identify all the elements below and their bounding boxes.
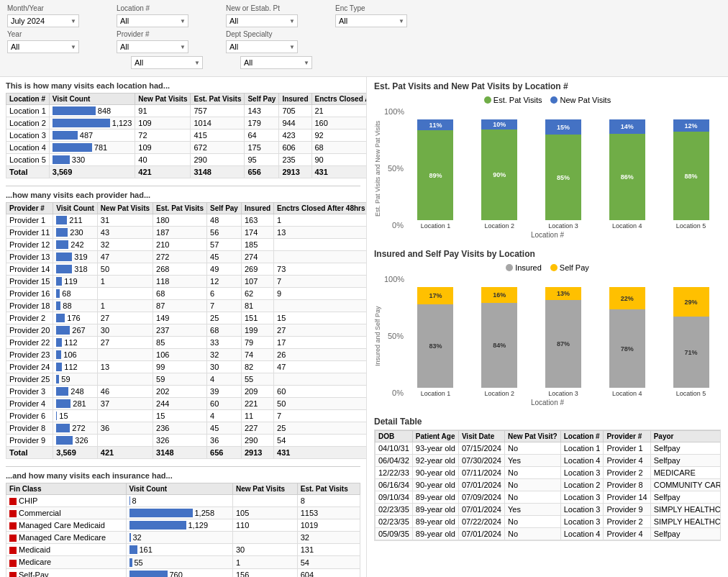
list-item: 09/10/34 <box>376 491 413 504</box>
detail-title: Detail Table <box>374 417 721 427</box>
filter-select-year[interactable]: All <box>7 40 79 53</box>
table-row: 12/22/33 90-year old 07/11/2024 No Locat… <box>376 467 722 479</box>
list-item: 68 <box>53 288 98 300</box>
chart2-bar-group: 16% 84% Location 2 <box>470 287 529 397</box>
list-item: 1,258 <box>126 507 232 519</box>
list-item: 606 <box>279 142 311 154</box>
filter-label-enc-type: Enc Type <box>335 4 407 12</box>
bar-segment-top-yellow: 17% <box>417 287 453 304</box>
list-item: Provider 4 <box>6 398 53 410</box>
list-item: 13 <box>274 227 367 239</box>
list-item: 274 <box>241 251 273 263</box>
filter-wrap-year[interactable]: All <box>7 40 79 53</box>
list-item: No <box>504 528 560 540</box>
chart1-legend-new-label: New Pat Visits <box>560 96 611 104</box>
filter-wrap-all2[interactable]: All <box>131 56 203 69</box>
list-item: 02/23/35 <box>376 516 413 528</box>
list-item: No <box>504 467 560 479</box>
bar-stack: 22% 78% <box>609 287 645 388</box>
list-item: Selfpay <box>650 528 721 540</box>
list-item: 209 <box>241 386 273 398</box>
list-item: 07/09/2024 <box>458 491 504 504</box>
filter-select-new-estab[interactable]: All <box>226 14 298 27</box>
filter-new-estab: New or Estab. Pt All <box>226 4 298 27</box>
filter-wrap-all3[interactable]: All <box>240 56 312 69</box>
filter-select-dept-specialty[interactable]: All <box>226 40 298 53</box>
bar-stack: 17% 83% <box>417 287 453 388</box>
filter-wrap-new-estab[interactable]: All <box>226 14 298 27</box>
list-item: 92-year old <box>412 455 458 467</box>
list-item: 36 <box>207 435 242 447</box>
col-header-visit-count: Visit Count <box>49 94 135 105</box>
chart1-legend-est-dot <box>484 96 491 104</box>
list-item: 7 <box>207 300 242 312</box>
bar-segment-top: 12% <box>673 119 709 132</box>
list-item: COMMUNITY CARE <box>650 479 721 491</box>
list-item: Provider 12 <box>6 239 53 251</box>
list-item: Provider 1 <box>6 214 53 227</box>
chart2-bar-group: 17% 83% Location 1 <box>406 287 465 397</box>
list-item: 90-year old <box>412 479 458 491</box>
list-item: 179 <box>245 117 279 130</box>
list-item: 07/11/2024 <box>458 467 504 479</box>
list-item: 110 <box>232 519 297 532</box>
list-item: 25 <box>274 422 367 435</box>
list-item: 1 <box>232 556 297 568</box>
filter-select-location[interactable]: All <box>117 14 188 27</box>
list-item: 656 <box>245 166 279 178</box>
list-item: Provider 6 <box>6 410 53 422</box>
chart1-bar-group: 14% 86% Location 4 <box>597 119 657 230</box>
col-header-finclass: Fin Class <box>6 483 127 495</box>
list-item: 7 <box>274 276 367 288</box>
list-item: 59 <box>153 373 207 386</box>
list-item: 1,129 <box>126 519 232 532</box>
filter-wrap-month-year[interactable]: July 2024 <box>7 14 79 27</box>
filter-wrap-enc-type[interactable]: All <box>335 14 407 27</box>
filter-wrap-location[interactable]: All <box>117 14 188 27</box>
list-item: 17 <box>274 337 367 349</box>
list-item <box>232 532 297 544</box>
list-item: Location 3 <box>6 130 50 142</box>
filter-dept-specialty: Dept Specialty All <box>226 30 298 53</box>
list-item: 242 <box>53 239 98 251</box>
list-item: 87 <box>153 300 207 312</box>
list-item: 45 <box>207 422 242 435</box>
list-item: Provider 4 <box>604 455 650 467</box>
filter-select-provider[interactable]: All <box>117 40 188 53</box>
list-item: 7 <box>274 410 367 422</box>
list-item: Provider 2 <box>604 516 650 528</box>
col-header-new-pat: New Pat Visits <box>135 94 191 105</box>
bar-xlabel: Location 3 <box>548 222 578 230</box>
list-item: 781 <box>49 142 135 154</box>
detail-table-scroll[interactable]: DOB Patient Age Visit Date New Pat Visit… <box>374 430 721 541</box>
list-item: 415 <box>191 130 245 142</box>
filter-select-all2[interactable]: All <box>131 56 203 69</box>
list-item: 88 <box>53 300 98 312</box>
list-item: Managed Care Medicare <box>6 532 127 544</box>
chart2-bars: 17% 83% Location 1 16% 84% Location 2 13… <box>406 275 721 397</box>
list-item: 112 <box>53 337 98 349</box>
filter-select-enc-type[interactable]: All <box>335 14 407 27</box>
filter-wrap-provider[interactable]: All <box>117 40 188 53</box>
list-item: 49 <box>207 263 242 276</box>
list-item: 2913 <box>241 447 273 459</box>
filter-wrap-dept-specialty[interactable]: All <box>226 40 298 53</box>
list-item: 131 <box>297 544 360 556</box>
list-item: 330 <box>49 154 135 166</box>
list-item: 72 <box>135 130 191 142</box>
filters-row-3: All All <box>7 56 721 69</box>
bar-segment-bottom-gray: 71% <box>673 317 709 388</box>
list-item: 15 <box>274 312 367 324</box>
bar-stack: 29% 71% <box>673 287 709 388</box>
chart1-legend: Est. Pat Visits New Pat Visits <box>374 96 721 104</box>
filter-select-all3[interactable]: All <box>240 56 312 69</box>
list-item: 268 <box>153 263 207 276</box>
list-item: 210 <box>153 239 207 251</box>
list-item: 163 <box>241 214 273 227</box>
list-item: 174 <box>241 227 273 239</box>
filter-select-month-year[interactable]: July 2024 <box>7 14 79 27</box>
chart2-legend-selfpay: Self Pay <box>550 263 589 272</box>
bar-stack: 16% 84% <box>481 287 517 388</box>
list-item: 74 <box>241 349 273 361</box>
list-item: CHIP <box>6 495 127 507</box>
